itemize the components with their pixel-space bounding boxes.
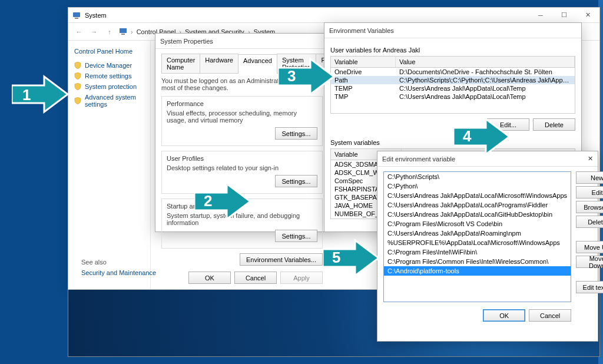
- edittext-button[interactable]: Edit text...: [576, 281, 603, 293]
- svg-rect-2: [120, 28, 127, 33]
- window-title: System: [85, 12, 107, 19]
- moveup-button[interactable]: Move Up: [576, 241, 603, 253]
- shield-icon: [74, 97, 81, 104]
- see-also-link[interactable]: Security and Maintenance: [81, 269, 156, 276]
- env-variables-button[interactable]: Environment Variables...: [240, 253, 323, 266]
- startup-settings-button[interactable]: Settings...: [275, 230, 317, 242]
- callout-arrow-3: 3: [278, 53, 337, 100]
- list-row: TMPC:\Users\Andreas Jakl\AppData\Local\T…: [331, 92, 575, 101]
- sys-vars-label: System variables: [330, 139, 575, 146]
- ok-button[interactable]: OK: [188, 272, 231, 284]
- ok-button[interactable]: OK: [483, 309, 525, 322]
- dialog-title: System Properties: [155, 34, 329, 49]
- user-delete-button[interactable]: Delete: [533, 118, 575, 131]
- system-icon: [72, 11, 81, 20]
- user-list-header[interactable]: Variable Value: [330, 56, 575, 68]
- pc-icon: [119, 27, 127, 37]
- browse-button[interactable]: Browse...: [576, 201, 603, 213]
- edit-button[interactable]: Edit: [576, 186, 603, 198]
- path-list[interactable]: C:\Python\Scripts\ C:\Python\ C:\Users\A…: [383, 171, 571, 302]
- svg-marker-8: [323, 240, 379, 276]
- list-item: C:\Python\: [384, 181, 571, 191]
- sidebar-item-system-protection[interactable]: System protection: [74, 83, 144, 90]
- tab-hardware[interactable]: Hardware: [200, 54, 238, 73]
- svg-marker-7: [453, 119, 509, 154]
- movedown-button[interactable]: Move Down: [576, 256, 603, 268]
- titlebar: System ─ ☐ ✕: [68, 8, 599, 23]
- minimize-button[interactable]: ─: [529, 8, 552, 23]
- cancel-button[interactable]: Cancel: [234, 272, 277, 284]
- sidebar-item-device-manager[interactable]: Device Manager: [74, 62, 144, 69]
- callout-arrow-2: 2: [194, 178, 253, 225]
- svg-marker-6: [278, 59, 334, 94]
- list-item: C:\Program Files\Common Files\Intel\Wire…: [384, 257, 571, 266]
- sidebar-item-advanced-settings[interactable]: Advanced system settings: [74, 94, 144, 108]
- close-button[interactable]: ✕: [576, 8, 599, 23]
- delete-button[interactable]: Delete: [576, 216, 603, 228]
- svg-rect-1: [75, 18, 78, 19]
- list-item: C:\Program Files\Microsoft VS Code\bin: [384, 219, 571, 229]
- list-item: %USERPROFILE%\AppData\Local\Microsoft\Wi…: [384, 238, 571, 247]
- list-item: C:\Users\Andreas Jakl\AppData\Local\GitH…: [384, 210, 571, 219]
- list-row-selected: PathC:\Python\Scripts\;C:\Python\;C:\Use…: [331, 76, 575, 84]
- tab-computer-name[interactable]: Computer Name: [161, 54, 200, 73]
- svg-rect-0: [73, 12, 80, 17]
- cancel-button[interactable]: Cancel: [529, 309, 571, 322]
- callout-arrow-4: 4: [453, 113, 512, 160]
- list-item: C:\Python\Scripts\: [384, 172, 571, 181]
- svg-marker-5: [194, 184, 250, 219]
- up-button[interactable]: ↑: [104, 26, 115, 38]
- perf-settings-button[interactable]: Settings...: [275, 127, 317, 140]
- user-vars-list[interactable]: OneDriveD:\Documents\OneDrive - Fachhoch…: [330, 68, 575, 114]
- callout-arrow-5: 5: [323, 234, 382, 282]
- user-vars-label: User variables for Andreas Jakl: [330, 47, 575, 54]
- svg-rect-3: [121, 34, 125, 35]
- list-item: C:\Users\Andreas Jakl\AppData\Roaming\np…: [384, 229, 571, 238]
- shield-icon: [74, 72, 81, 80]
- sidebar-home[interactable]: Control Panel Home: [74, 48, 144, 55]
- profiles-settings-button[interactable]: Settings...: [275, 175, 317, 187]
- list-item-selected: C:\Android\platform-tools: [384, 266, 571, 276]
- apply-button[interactable]: Apply: [280, 272, 323, 284]
- edit-env-dialog: Edit environment variable ✕ C:\Python\Sc…: [377, 151, 598, 342]
- sidebar: Control Panel Home Device Manager Remote…: [68, 41, 151, 289]
- list-row: TEMPC:\Users\Andreas Jakl\AppData\Local\…: [331, 84, 575, 92]
- close-icon[interactable]: ✕: [588, 155, 593, 163]
- group-performance: Performance Visual effects, processor sc…: [161, 96, 323, 146]
- list-item: C:\Users\Andreas Jakl\AppData\Local\Prog…: [384, 200, 571, 210]
- shield-icon: [74, 83, 81, 90]
- see-also: See also Security and Maintenance: [81, 259, 156, 276]
- sidebar-item-remote-settings[interactable]: Remote settings: [74, 72, 144, 80]
- maximize-button[interactable]: ☐: [552, 8, 576, 23]
- list-item: C:\Users\Andreas Jakl\AppData\Local\Micr…: [384, 191, 571, 200]
- svg-marker-4: [12, 77, 68, 112]
- callout-arrow-1: 1: [12, 71, 71, 118]
- new-button[interactable]: New: [576, 171, 603, 184]
- dialog-title: Environment Variables: [324, 23, 581, 38]
- forward-button[interactable]: →: [88, 26, 100, 38]
- list-row: OneDriveD:\Documents\OneDrive - Fachhoch…: [331, 68, 575, 76]
- list-item: C:\Program Files\Intel\WiFi\bin\: [384, 247, 571, 257]
- tab-advanced[interactable]: Advanced: [238, 54, 277, 74]
- back-button[interactable]: ←: [73, 26, 85, 38]
- shield-icon: [74, 62, 81, 69]
